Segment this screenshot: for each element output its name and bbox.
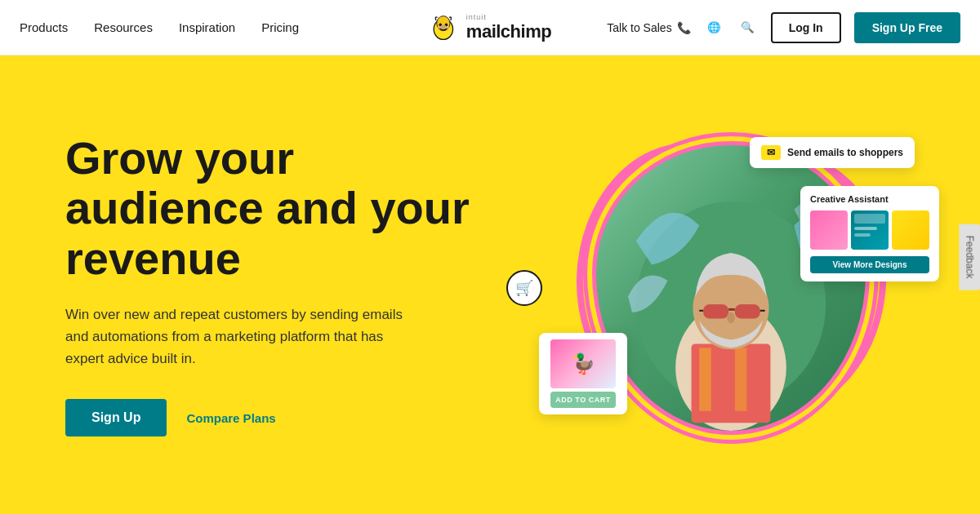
- hero-headline: Grow your audience and your revenue: [65, 133, 490, 284]
- email-envelope-icon: ✉: [767, 147, 775, 158]
- card-creative-assistant: Creative Assistant View More Designs: [800, 186, 939, 281]
- nav-inspiration[interactable]: Inspiration: [179, 20, 235, 34]
- card-send-emails: ✉ Send emails to shoppers: [750, 137, 915, 168]
- hero-subtext: Win over new and repeat customers by sen…: [65, 304, 408, 370]
- svg-point-6: [440, 24, 446, 29]
- talk-to-sales[interactable]: Talk to Sales 📞: [607, 21, 690, 34]
- blob-container: 🛒 ✉ Send emails to shoppers Creative Ass…: [555, 113, 906, 463]
- rubber-duck-icon: 🦆: [571, 352, 595, 375]
- hero-buttons: Sign Up Compare Plans: [65, 399, 490, 436]
- svg-rect-17: [728, 308, 735, 311]
- creative-assistant-title: Creative Assistant: [810, 194, 929, 204]
- phone-icon: 📞: [677, 21, 691, 34]
- svg-point-18: [727, 312, 735, 324]
- svg-rect-16: [735, 304, 760, 318]
- feedback-tab[interactable]: Feedback: [960, 224, 980, 290]
- design-preview-teal: [851, 210, 889, 250]
- logo[interactable]: intuit mailchimp: [429, 13, 551, 42]
- navbar: Products Resources Inspiration Pricing i…: [0, 0, 980, 55]
- svg-rect-10: [699, 348, 711, 411]
- add-to-cart-button[interactable]: ADD TO CART: [550, 392, 616, 408]
- email-icon: ✉: [761, 145, 781, 160]
- nav-right: Talk to Sales 📞 🌐 🔍 Log In Sign Up Free: [607, 12, 960, 43]
- nav-left: Products Resources Inspiration Pricing: [20, 20, 299, 34]
- svg-rect-12: [735, 348, 747, 411]
- signup-free-button[interactable]: Sign Up Free: [854, 12, 960, 43]
- product-image: 🦆: [550, 339, 616, 388]
- hero-signup-button[interactable]: Sign Up: [65, 399, 167, 436]
- hero-section: Grow your audience and your revenue Win …: [0, 55, 980, 514]
- svg-rect-20: [854, 227, 877, 230]
- design-preview-content: [851, 210, 889, 250]
- search-icon: 🔍: [741, 21, 755, 33]
- nav-products[interactable]: Products: [20, 20, 68, 34]
- send-emails-label: Send emails to shoppers: [787, 147, 903, 158]
- card-add-to-cart: 🦆 ADD TO CART: [539, 333, 627, 414]
- nav-pricing[interactable]: Pricing: [261, 20, 299, 34]
- hero-text: Grow your audience and your revenue Win …: [65, 133, 490, 436]
- svg-rect-13: [753, 348, 763, 411]
- design-previews: [810, 210, 929, 250]
- hero-illustration: 🛒 ✉ Send emails to shoppers Creative Ass…: [514, 72, 947, 504]
- talk-to-sales-label: Talk to Sales: [607, 21, 671, 34]
- globe-button[interactable]: 🌐: [704, 18, 724, 37]
- mailchimp-logo-icon: [429, 13, 458, 42]
- hero-compare-link[interactable]: Compare Plans: [186, 411, 275, 425]
- search-button[interactable]: 🔍: [737, 18, 758, 37]
- add-to-cart-content: 🦆 ADD TO CART: [550, 339, 616, 408]
- design-preview-yellow: [892, 210, 929, 250]
- svg-rect-11: [717, 348, 725, 411]
- svg-rect-21: [854, 233, 871, 237]
- mailchimp-brand-text: mailchimp: [466, 21, 551, 42]
- login-button[interactable]: Log In: [771, 12, 841, 43]
- svg-rect-19: [854, 214, 885, 224]
- intuit-label: intuit: [466, 13, 551, 21]
- view-designs-button[interactable]: View More Designs: [810, 256, 929, 273]
- globe-icon: 🌐: [707, 21, 721, 33]
- nav-resources[interactable]: Resources: [94, 20, 153, 34]
- design-preview-pink: [810, 210, 848, 250]
- svg-rect-15: [703, 304, 728, 318]
- cart-icon-circle: 🛒: [506, 270, 542, 306]
- cart-icon: 🛒: [515, 279, 533, 297]
